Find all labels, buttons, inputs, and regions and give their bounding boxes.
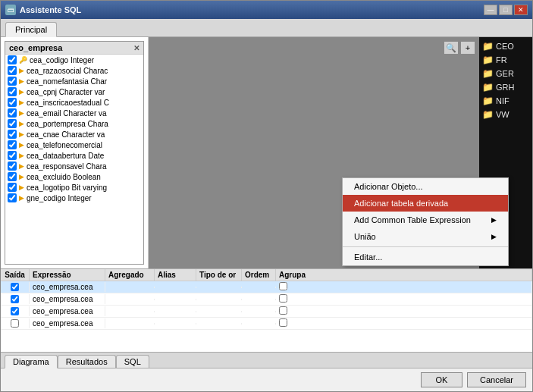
titlebar-left: 🗃 Assistente SQL xyxy=(5,5,81,15)
app-icon: 🗃 xyxy=(5,5,16,15)
folder-item-ceo[interactable]: 📁 CEO xyxy=(481,39,530,53)
agrupa-checkbox[interactable] xyxy=(279,306,287,315)
field-checkbox[interactable] xyxy=(8,55,17,64)
main-content: ceo_empresa ✕ 🔑 cea_codigo Integer ▶ cea… xyxy=(1,37,532,268)
minimize-button[interactable]: — xyxy=(484,5,497,15)
field-name: cea_portempresa Chara xyxy=(27,120,108,128)
list-item: ▶ cea_razaosocial Charac xyxy=(5,65,143,76)
search-button[interactable]: 🔍 xyxy=(444,41,459,55)
field-name: cea_responsavel Chara xyxy=(27,162,107,171)
table-row[interactable]: ceo_empresa.cea xyxy=(1,293,532,306)
context-menu-add-cte[interactable]: Add Common Table Expression ▶ xyxy=(343,212,508,228)
tab-diagrama[interactable]: Diagrama xyxy=(5,355,58,368)
folder-label: VW xyxy=(496,110,509,119)
field-name: cea_excluido Boolean xyxy=(27,173,101,181)
field-checkbox[interactable] xyxy=(8,130,17,139)
field-checkbox[interactable] xyxy=(8,119,17,128)
left-panel: ceo_empresa ✕ 🔑 cea_codigo Integer ▶ cea… xyxy=(1,37,149,268)
field-name: cea_nomefantasia Char xyxy=(27,77,107,86)
list-item: 🔑 cea_codigo Integer xyxy=(5,55,143,65)
field-icon: ▶ xyxy=(19,162,24,170)
list-item: ▶ cea_cpnj Character var xyxy=(5,86,143,97)
add-button[interactable]: + xyxy=(460,41,475,55)
bottom-tabbar: Diagrama Resultados SQL xyxy=(1,353,532,368)
field-checkbox[interactable] xyxy=(8,98,17,107)
agrupa-checkbox[interactable] xyxy=(279,282,287,290)
field-checkbox[interactable] xyxy=(8,108,17,118)
field-checkbox[interactable] xyxy=(8,172,17,181)
folder-item-nif[interactable]: 📁 NIF xyxy=(481,94,530,108)
field-checkbox[interactable] xyxy=(8,183,17,192)
list-item: ▶ gne_codigo Integer xyxy=(5,193,143,203)
table-fields-list: 🔑 cea_codigo Integer ▶ cea_razaosocial C… xyxy=(5,55,143,260)
context-menu-add-derived-table[interactable]: Adicionar tabela derivada xyxy=(343,195,508,212)
folder-item-vw[interactable]: 📁 VW xyxy=(481,108,530,121)
field-icon: ▶ xyxy=(19,152,24,159)
cancel-button[interactable]: Cancelar xyxy=(467,372,526,387)
folder-icon: 📁 xyxy=(482,82,494,93)
bottom-section: Saída Expressão Agregado Alias Tipo de o… xyxy=(1,268,532,391)
field-icon: ▶ xyxy=(19,88,24,96)
field-icon: ▶ xyxy=(19,194,24,202)
tab-sql[interactable]: SQL xyxy=(116,355,149,368)
window-controls: — □ ✕ xyxy=(484,5,528,15)
table-box: ceo_empresa ✕ 🔑 cea_codigo Integer ▶ cea… xyxy=(5,41,144,265)
agrupa-checkbox[interactable] xyxy=(279,294,287,303)
list-item: ▶ cea_dataabertura Date xyxy=(5,150,143,161)
field-icon: ▶ xyxy=(19,109,24,117)
col-ordem: Ordem xyxy=(242,269,276,281)
context-menu-edit[interactable]: Editar... xyxy=(343,249,508,265)
ok-button[interactable]: OK xyxy=(421,372,462,387)
table-close-button[interactable]: ✕ xyxy=(133,44,140,52)
folder-label: CEO xyxy=(496,42,514,51)
field-checkbox[interactable] xyxy=(8,193,17,202)
row-ordem xyxy=(242,287,276,288)
key-icon: 🔑 xyxy=(19,56,27,64)
field-icon: ▶ xyxy=(19,67,24,74)
col-agrupa: Agrupa xyxy=(276,269,532,281)
field-checkbox[interactable] xyxy=(8,77,17,86)
field-checkbox[interactable] xyxy=(8,162,17,171)
folder-icon: 📁 xyxy=(482,96,494,106)
col-saida: Saída xyxy=(1,269,30,281)
folder-item-fr[interactable]: 📁 FR xyxy=(481,53,530,67)
field-checkbox[interactable] xyxy=(8,151,17,160)
canvas-area: 🔍 + Adicionar Objeto... Adicionar tabela… xyxy=(149,37,479,268)
field-checkbox[interactable] xyxy=(8,66,17,75)
tab-principal[interactable]: Principal xyxy=(5,22,57,37)
menu-item-label: União xyxy=(354,232,376,241)
list-item: ▶ cea_cnae Character va xyxy=(5,129,143,140)
field-icon: ▶ xyxy=(19,173,24,180)
saida-checkbox[interactable] xyxy=(11,319,19,328)
col-expressao: Expressão xyxy=(30,269,105,281)
folder-icon: 📁 xyxy=(482,68,494,79)
menu-item-label: Add Common Table Expression xyxy=(354,215,471,224)
saida-checkbox[interactable] xyxy=(11,295,19,303)
titlebar: 🗃 Assistente SQL — □ ✕ xyxy=(1,1,532,19)
maximize-button[interactable]: □ xyxy=(499,5,513,15)
agrupa-checkbox[interactable] xyxy=(279,318,287,327)
data-grid: Saída Expressão Agregado Alias Tipo de o… xyxy=(1,269,532,353)
list-item: ▶ cea_inscricaoestadual C xyxy=(5,97,143,108)
table-row[interactable]: ceo_empresa.cea xyxy=(1,318,532,330)
window-title: Assistente SQL xyxy=(20,5,81,14)
folder-icon: 📁 xyxy=(482,109,494,120)
col-agregado: Agregado xyxy=(105,269,155,281)
folder-item-ger[interactable]: 📁 GER xyxy=(481,67,530,80)
folder-icon: 📁 xyxy=(482,41,494,52)
field-icon: ▶ xyxy=(19,183,24,191)
context-menu-add-object[interactable]: Adicionar Objeto... xyxy=(343,178,508,195)
field-name: cea_inscricaoestadual C xyxy=(27,99,109,107)
tab-resultados[interactable]: Resultados xyxy=(58,355,116,368)
folder-item-grh[interactable]: 📁 GRH xyxy=(481,80,530,94)
field-name: cea_telefonecomercial xyxy=(27,141,102,149)
field-checkbox[interactable] xyxy=(8,140,17,149)
saida-checkbox[interactable] xyxy=(11,283,19,291)
table-row[interactable]: ceo_empresa.cea xyxy=(1,281,532,293)
table-row[interactable]: ceo_empresa.cea xyxy=(1,306,532,318)
context-menu-union[interactable]: União ▶ xyxy=(343,228,508,245)
menu-item-label: Editar... xyxy=(354,252,382,262)
close-button[interactable]: ✕ xyxy=(514,5,528,15)
field-checkbox[interactable] xyxy=(8,87,17,96)
saida-checkbox[interactable] xyxy=(11,307,19,315)
